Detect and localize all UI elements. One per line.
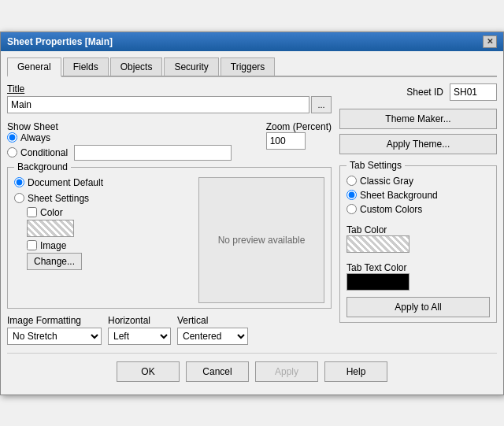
background-title: Background	[14, 161, 71, 172]
image-formatting-select[interactable]: No Stretch Stretch Fit Fill	[7, 328, 102, 345]
doc-default-label: Document Default	[28, 177, 103, 188]
tab-text-color-group: Tab Text Color	[346, 259, 490, 291]
conditional-radio[interactable]	[7, 147, 17, 157]
tab-color-label: Tab Color	[346, 224, 490, 235]
format-row: Image Formatting No Stretch Stretch Fit …	[7, 315, 332, 345]
tab-settings-section: Tab Settings Classic Gray Sheet Backgrou…	[339, 165, 497, 323]
conditional-radio-row: Conditional	[7, 145, 250, 161]
always-radio-row: Always	[7, 132, 250, 143]
vertical-select[interactable]: Centered Top Bottom	[177, 328, 248, 345]
color-checkbox[interactable]	[27, 207, 37, 217]
tab-settings-controls: Classic Gray Sheet Background Custom Col…	[346, 176, 490, 291]
help-button[interactable]: Help	[324, 361, 387, 382]
classic-gray-radio[interactable]	[346, 176, 357, 186]
apply-to-all-button[interactable]: Apply to All	[346, 297, 490, 317]
horizontal-group: Horizontal Left Center Right	[108, 315, 171, 345]
tab-color-swatch[interactable]	[346, 235, 410, 253]
titlebar-controls: ✕	[483, 35, 497, 48]
vertical-label: Vertical	[177, 315, 248, 326]
tab-bar: General Fields Objects Security Triggers	[7, 57, 497, 77]
show-sheet-radios: Always Conditional	[7, 132, 250, 161]
classic-gray-label: Classic Gray	[360, 176, 413, 187]
sheet-settings-row: Sheet Settings	[14, 193, 192, 204]
zoom-input[interactable]	[266, 132, 306, 150]
title-row: ...	[7, 96, 332, 113]
zoom-section: Zoom (Percent)	[266, 121, 332, 150]
ok-button[interactable]: OK	[117, 361, 180, 382]
tab-color-group: Tab Color	[346, 221, 490, 253]
change-button[interactable]: Change...	[27, 253, 82, 270]
doc-default-radio[interactable]	[14, 177, 24, 187]
conditional-input[interactable]	[74, 145, 232, 161]
preview-text: No preview available	[218, 235, 306, 246]
tab-general[interactable]: General	[7, 57, 61, 77]
horizontal-label: Horizontal	[108, 315, 171, 326]
image-checkbox[interactable]	[27, 240, 37, 250]
image-formatting-label: Image Formatting	[7, 315, 102, 326]
background-section: Background Document Default Sheet Settin…	[7, 167, 332, 309]
vertical-group: Vertical Centered Top Bottom	[177, 315, 248, 345]
title-input[interactable]	[7, 96, 309, 113]
title-label: Title	[7, 83, 332, 94]
sheet-id-label: Sheet ID	[406, 87, 443, 98]
left-panel: Title ... Show Sheet Always	[7, 83, 332, 345]
color-checkbox-label: Color	[40, 207, 63, 218]
tab-fields[interactable]: Fields	[63, 57, 109, 76]
sheet-id-input[interactable]	[450, 83, 497, 101]
right-panel: Sheet ID Theme Maker... Apply Theme... T…	[339, 83, 497, 345]
conditional-label: Conditional	[20, 147, 68, 158]
image-checkbox-label: Image	[40, 240, 66, 251]
sheet-id-row: Sheet ID	[339, 83, 497, 101]
color-swatch[interactable]	[27, 220, 74, 237]
title-group: Title ...	[7, 83, 332, 113]
cancel-button[interactable]: Cancel	[186, 361, 249, 382]
sheet-properties-window: Sheet Properties [Main] ✕ General Fields…	[0, 31, 504, 395]
tab-text-color-swatch[interactable]	[346, 273, 410, 291]
sheet-settings-label: Sheet Settings	[28, 193, 89, 204]
theme-maker-button[interactable]: Theme Maker...	[339, 109, 497, 129]
show-zoom-row: Show Sheet Always Conditional	[7, 121, 332, 161]
content-area: General Fields Objects Security Triggers…	[1, 51, 503, 395]
sheet-background-row: Sheet Background	[346, 190, 490, 201]
color-checkbox-row: Color	[27, 207, 192, 218]
sheet-background-label: Sheet Background	[360, 190, 438, 201]
close-button[interactable]: ✕	[483, 35, 497, 48]
bottom-bar: OK Cancel Apply Help	[7, 353, 497, 388]
zoom-label: Zoom (Percent)	[266, 121, 332, 132]
doc-default-row: Document Default	[14, 177, 192, 188]
custom-colors-label: Custom Colors	[360, 204, 422, 215]
custom-colors-radio[interactable]	[346, 204, 357, 214]
tab-triggers[interactable]: Triggers	[220, 57, 276, 76]
always-radio[interactable]	[7, 132, 17, 143]
tab-settings-title: Tab Settings	[346, 160, 405, 171]
title-browse-button[interactable]: ...	[311, 96, 332, 113]
window-title: Sheet Properties [Main]	[7, 36, 113, 47]
classic-gray-row: Classic Gray	[346, 176, 490, 187]
show-sheet-section: Show Sheet Always Conditional	[7, 121, 250, 161]
horizontal-select[interactable]: Left Center Right	[108, 328, 171, 345]
main-layout: Title ... Show Sheet Always	[7, 83, 497, 345]
sheet-background-radio[interactable]	[346, 190, 357, 200]
custom-colors-row: Custom Colors	[346, 204, 490, 215]
background-layout: Document Default Sheet Settings Color	[14, 177, 324, 303]
bg-controls: Document Default Sheet Settings Color	[14, 177, 192, 303]
tab-text-color-label: Tab Text Color	[346, 262, 490, 273]
titlebar: Sheet Properties [Main] ✕	[1, 32, 503, 51]
apply-button[interactable]: Apply	[255, 361, 318, 382]
show-sheet-label: Show Sheet	[7, 121, 250, 132]
image-formatting-group: Image Formatting No Stretch Stretch Fit …	[7, 315, 102, 345]
apply-theme-button[interactable]: Apply Theme...	[339, 134, 497, 154]
tab-objects[interactable]: Objects	[110, 57, 163, 76]
tab-security[interactable]: Security	[164, 57, 218, 76]
image-checkbox-row: Image	[27, 240, 192, 251]
always-label: Always	[20, 132, 50, 143]
preview-box: No preview available	[198, 177, 324, 303]
sheet-settings-radio[interactable]	[14, 193, 24, 203]
